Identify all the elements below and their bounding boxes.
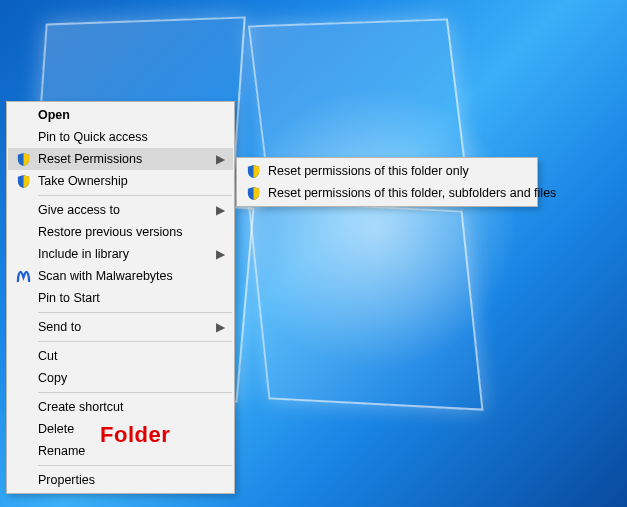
menu-item-label: Copy [38, 371, 67, 385]
menu-item-label: Reset permissions of this folder only [268, 164, 469, 178]
shield-icon [244, 162, 262, 180]
menu-item-scan-malwarebytes[interactable]: Scan with Malwarebytes [8, 265, 233, 287]
menu-item-pin-quick-access[interactable]: Pin to Quick access [8, 126, 233, 148]
menu-item-label: Reset permissions of this folder, subfol… [268, 186, 556, 200]
menu-separator [38, 392, 232, 393]
shield-icon [244, 184, 262, 202]
menu-item-label: Cut [38, 349, 57, 363]
menu-item-reset-permissions[interactable]: Reset Permissions ▶ [8, 148, 233, 170]
submenu-item-folder-sub-files[interactable]: Reset permissions of this folder, subfol… [238, 182, 536, 204]
menu-separator [38, 465, 232, 466]
shield-icon [14, 150, 32, 168]
malwarebytes-icon [14, 267, 32, 285]
submenu-arrow-icon: ▶ [216, 203, 225, 217]
menu-item-give-access-to[interactable]: Give access to ▶ [8, 199, 233, 221]
menu-item-label: Properties [38, 473, 95, 487]
menu-item-label: Include in library [38, 247, 129, 261]
menu-item-send-to[interactable]: Send to ▶ [8, 316, 233, 338]
menu-item-label: Pin to Quick access [38, 130, 148, 144]
menu-item-create-shortcut[interactable]: Create shortcut [8, 396, 233, 418]
annotation-folder-label: Folder [100, 422, 170, 448]
menu-item-copy[interactable]: Copy [8, 367, 233, 389]
menu-separator [38, 341, 232, 342]
menu-item-pin-to-start[interactable]: Pin to Start [8, 287, 233, 309]
menu-separator [38, 195, 232, 196]
submenu-arrow-icon: ▶ [216, 152, 225, 166]
menu-item-label: Scan with Malwarebytes [38, 269, 173, 283]
menu-separator [38, 312, 232, 313]
menu-item-properties[interactable]: Properties [8, 469, 233, 491]
menu-item-include-in-library[interactable]: Include in library ▶ [8, 243, 233, 265]
menu-item-label: Restore previous versions [38, 225, 183, 239]
menu-item-label: Give access to [38, 203, 120, 217]
menu-item-label: Rename [38, 444, 85, 458]
submenu-arrow-icon: ▶ [216, 320, 225, 334]
menu-item-open[interactable]: Open [8, 104, 233, 126]
menu-item-cut[interactable]: Cut [8, 345, 233, 367]
menu-item-label: Send to [38, 320, 81, 334]
submenu-arrow-icon: ▶ [216, 247, 225, 261]
menu-item-label: Pin to Start [38, 291, 100, 305]
menu-item-label: Reset Permissions [38, 152, 142, 166]
context-submenu-reset-permissions: Reset permissions of this folder only Re… [236, 157, 538, 207]
menu-item-label: Delete [38, 422, 74, 436]
menu-item-label: Take Ownership [38, 174, 128, 188]
shield-icon [14, 172, 32, 190]
menu-item-label: Create shortcut [38, 400, 123, 414]
submenu-item-folder-only[interactable]: Reset permissions of this folder only [238, 160, 536, 182]
menu-item-label: Open [38, 108, 70, 122]
menu-item-restore-previous-versions[interactable]: Restore previous versions [8, 221, 233, 243]
menu-item-take-ownership[interactable]: Take Ownership [8, 170, 233, 192]
